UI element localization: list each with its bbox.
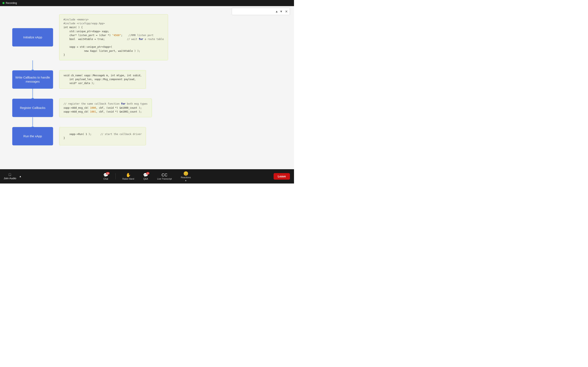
raise-hand-button[interactable]: ✋ Raise Hand [121,172,136,181]
box-initialize: Initialize xApp [12,28,53,47]
top-bar: Recording [0,0,294,6]
code-block-register: // register the same callback function f… [59,99,152,117]
box-run: Run the xApp [12,127,53,145]
reactions-icon: 😊 [183,171,189,175]
toolbar-divider-1 [115,173,116,179]
diagram-col-callbacks: Write Callbacks to handle messages [12,70,53,89]
join-audio-label: Join Audio [4,177,16,180]
diagram-col-register: Register Callbacks [12,99,53,117]
code-block-initialize: #include <memory> #include <ricxfcpp/xap… [59,14,168,60]
box-register: Register Callbacks [12,99,53,117]
search-close-button[interactable]: ✕ [284,9,288,14]
diagram-row-initialize: Initialize xApp #include <memory> #inclu… [12,14,168,60]
search-overlay: ▲ ▼ ✕ [232,8,290,15]
join-audio-caret[interactable]: ▲ [19,175,22,178]
search-down-button[interactable]: ▼ [279,9,283,13]
diagram-container: Initialize xApp #include <memory> #inclu… [12,14,282,145]
main-content: Initialize xApp #include <memory> #inclu… [0,6,294,169]
live-transcript-button[interactable]: CC Live Transcript [155,172,174,181]
toolbar-left: 🎧 Join Audio ▲ [0,169,22,184]
arrow-3 [12,117,53,127]
toolbar-center: 19 💬 Chat ✋ Raise Hand 4 💬 Q&A CC Live T… [101,170,193,183]
diagram-row-run: Run the xApp xapp->Run( 1 ); // start th… [12,127,146,145]
box-callbacks: Write Callbacks to handle messages [12,70,53,89]
bottom-toolbar: 🎧 Join Audio ▲ 19 💬 Chat ✋ Raise Hand 4 … [0,169,294,184]
search-up-button[interactable]: ▲ [274,9,279,13]
code-block-run: xapp->Run( 1 ); // start the callback dr… [59,127,146,145]
headphone-icon: 🎧 [8,173,12,176]
join-audio-button[interactable]: 🎧 Join Audio [2,172,18,181]
diagram-row-register: Register Callbacks // register the same … [12,99,152,117]
qa-badge: 4 [146,172,149,175]
recording-label: Recording [6,2,17,4]
recording-dot [2,2,4,4]
arrow-2 [12,89,53,99]
chat-badge: 19 [106,172,110,175]
diagram-row-callbacks: Write Callbacks to handle messages void … [12,70,146,89]
leave-button[interactable]: Leave [274,173,290,180]
toolbar-right: Leave [274,173,290,180]
raise-hand-icon: ✋ [126,173,131,177]
qa-button[interactable]: 4 💬 Q&A [141,172,150,181]
chat-button[interactable]: 19 💬 Chat [101,172,111,181]
code-block-callbacks: void cb_name( xapp::Message& m, int mtyp… [59,70,146,89]
reactions-button[interactable]: 😊 Reactions ▲ [179,170,193,183]
arrow-1 [12,60,53,70]
live-transcript-icon: CC [162,173,167,177]
diagram-col-initialize: Initialize xApp [12,28,53,47]
diagram-col-run: Run the xApp [12,127,53,145]
